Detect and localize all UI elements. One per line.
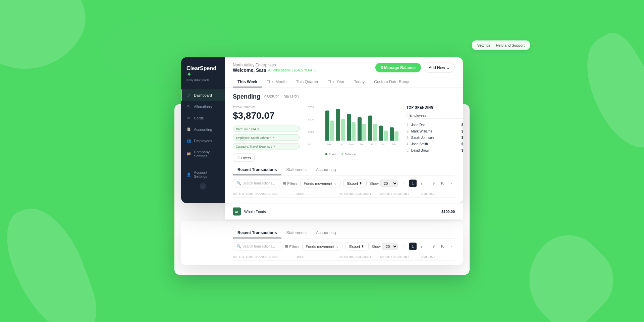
page-10-button[interactable]: 10: [439, 179, 446, 187]
tab-recent-transactions[interactable]: Recent Transactions: [233, 165, 281, 175]
content-area: Spending 06/05/21 - 06/11/21 TOTAL SPEND…: [225, 88, 463, 203]
tab-statements[interactable]: Statements: [281, 165, 311, 175]
sidebar-item-cards[interactable]: ▭ Cards: [181, 112, 225, 124]
manage-balance-button[interactable]: $ Manage Balance: [375, 63, 421, 72]
bar-spend-tue: [336, 109, 340, 141]
settings-label[interactable]: Settings: [477, 43, 491, 47]
account-settings-label: Account Settings: [194, 170, 219, 178]
filter-category[interactable]: Category: Travel Expenses ×: [233, 143, 300, 150]
second-tab-recent[interactable]: Recent Transactions: [233, 228, 281, 238]
tab-this-month[interactable]: This Month: [262, 77, 291, 88]
logo-text: ClearSpend ✦: [186, 65, 219, 78]
main-wrapper: ClearSpend ✦ Every dollar counts ⊞ Dashb…: [181, 57, 463, 265]
table-controls: 🔍 Search transactions... ⊞ Filters Funds…: [233, 176, 455, 190]
second-page-9[interactable]: 9: [430, 243, 437, 250]
sidebar-item-accounting[interactable]: 📋 Accounting: [181, 124, 225, 135]
second-filters-control[interactable]: ⊞ Filters: [285, 244, 300, 249]
remove-category-filter-icon[interactable]: ×: [273, 145, 275, 148]
chart-bars: Mon Tue: [325, 106, 398, 146]
chevron-down-icon: ⌄: [446, 65, 450, 70]
top-spending-title: TOP SPENDING: [407, 106, 463, 109]
remove-card-filter-icon[interactable]: ×: [257, 127, 259, 131]
sidebar-item-label: Employees: [194, 139, 212, 143]
spending-date: 06/05/21 - 06/11/21: [264, 94, 299, 99]
second-tab-accounting[interactable]: Accounting: [311, 228, 340, 238]
page-9-button[interactable]: 9: [430, 179, 437, 187]
spending-left: TOTAL SPEND $3,870.07 Card: •••• 1234 × …: [233, 106, 300, 162]
top-spending-filter[interactable]: Employees ⌄: [407, 112, 463, 119]
tab-custom-date-range[interactable]: Custom Date Range: [369, 77, 415, 88]
second-show-control: Show 20: [371, 243, 398, 250]
tab-today[interactable]: Today: [349, 77, 369, 88]
ellipsis: ..: [427, 181, 429, 185]
company-settings-icon: 📁: [186, 152, 191, 156]
second-export-button[interactable]: Export ⬇: [345, 242, 369, 251]
add-new-button[interactable]: Add New ⌄: [424, 63, 455, 73]
allocation-badge: All allocations | $54,570.04 ⌄: [268, 68, 316, 72]
bar-thu: Thu: [358, 117, 366, 146]
bar-spend-sun: [390, 127, 394, 141]
transaction-row-overlay: WF Whole Foods $100.00: [225, 203, 463, 220]
filter-icon: ⊞: [283, 181, 286, 185]
sidebar-item-label: Allocations: [194, 105, 212, 109]
show-select[interactable]: 20 50 100: [380, 179, 398, 187]
col-datetime: Date & Time Transaction: [233, 192, 296, 196]
filter-card[interactable]: Card: •••• 1234 ×: [233, 126, 300, 132]
sidebar-item-company-settings[interactable]: 📁 Company Settings: [181, 147, 225, 161]
second-col-target: Target Account: [379, 255, 421, 259]
account-settings-item[interactable]: 👤 Account Settings: [186, 168, 219, 180]
help-support-label[interactable]: Help and Support: [496, 43, 525, 47]
chart-area: $750 $500 $250 $0: [308, 106, 398, 162]
bar-tue: Tue: [336, 109, 345, 146]
bar-balance-mon: [330, 121, 334, 141]
sidebar-item-dashboard[interactable]: ⊞ Dashboard: [181, 90, 225, 101]
bar-balance-fri: [373, 124, 377, 141]
bar-spend-sat: [379, 126, 383, 141]
filter-icon: ⊞: [285, 244, 288, 249]
tab-this-week[interactable]: This Week: [233, 77, 262, 88]
search-box[interactable]: 🔍 Search transactions...: [233, 179, 280, 187]
spending-section: TOTAL SPEND $3,870.07 Card: •••• 1234 × …: [233, 106, 455, 162]
sidebar-item-employees[interactable]: 👥 Employees: [181, 135, 225, 147]
second-page-1[interactable]: 1: [409, 243, 417, 250]
bar-sun: Sun: [390, 127, 398, 146]
second-page-2[interactable]: 2: [418, 243, 425, 250]
remove-employee-filter-icon[interactable]: ×: [273, 136, 275, 140]
second-tab-statements[interactable]: Statements: [281, 228, 311, 238]
col-user: User: [296, 192, 337, 196]
transaction-amount: $100.00: [441, 210, 455, 214]
welcome-label: Welcome, Sara: [233, 67, 266, 73]
export-button[interactable]: Export ⬇: [343, 179, 367, 187]
download-icon: ⬇: [359, 181, 362, 185]
prev-page-button[interactable]: ‹: [400, 179, 408, 187]
second-search-box[interactable]: 🔍 Search transactions...: [233, 242, 282, 251]
second-next-button[interactable]: ›: [447, 243, 455, 250]
bar-balance-wed: [352, 122, 356, 141]
sidebar-item-allocations[interactable]: ◎ Allocations: [181, 101, 225, 112]
second-page-10[interactable]: 10: [439, 243, 446, 250]
chevron-down-icon: ⌄: [334, 181, 337, 185]
second-funds-movement[interactable]: Funds movement ⌄: [302, 242, 342, 251]
bar-wed: Wed: [347, 114, 356, 146]
bar-spend-wed: [347, 114, 351, 141]
page-2-button[interactable]: 2: [418, 179, 425, 187]
filters-icon: ⊞: [236, 156, 239, 160]
search-icon: 🔍: [236, 181, 241, 185]
table-filters-control[interactable]: ⊞ Filters: [283, 181, 298, 185]
second-show-select[interactable]: 20: [382, 243, 398, 250]
funds-movement-dropdown[interactable]: Funds movement ⌄: [300, 179, 340, 187]
page-1-button[interactable]: 1: [409, 179, 417, 187]
welcome-text: Welcome, Sara All allocations | $54,570.…: [233, 67, 316, 73]
ellipsis: ..: [427, 244, 429, 248]
bar-balance-sat: [384, 131, 388, 141]
next-page-button[interactable]: ›: [447, 179, 455, 187]
filters-button[interactable]: ⊞ Filters: [233, 154, 255, 162]
tab-accounting[interactable]: Accounting: [311, 165, 340, 175]
collapse-sidebar-button[interactable]: ‹: [200, 183, 206, 190]
tab-this-year[interactable]: This Year: [323, 77, 349, 88]
allocations-icon: ◎: [186, 104, 191, 109]
second-prev-button[interactable]: ‹: [400, 243, 408, 250]
accounting-icon: 📋: [186, 127, 191, 132]
tab-this-quarter[interactable]: This Quarter: [291, 77, 323, 88]
filter-employee[interactable]: Employee: Sarah Johnson ×: [233, 135, 300, 141]
